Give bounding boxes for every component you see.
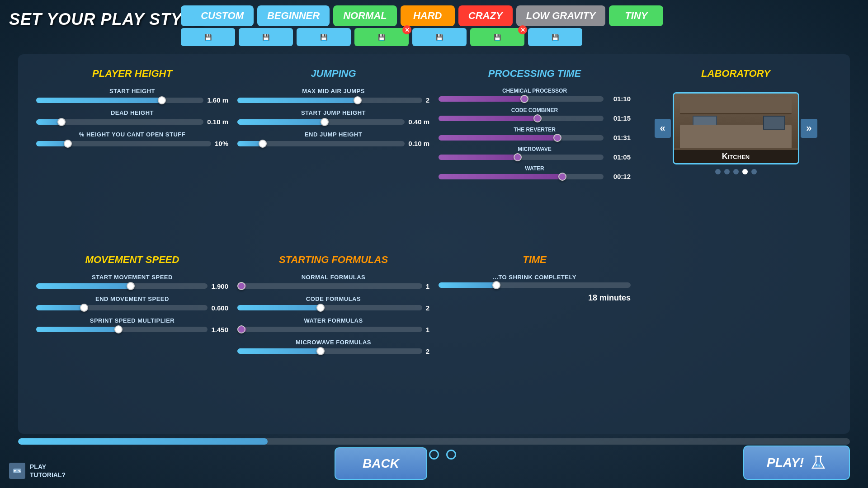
end-jump-track[interactable] <box>237 141 405 146</box>
style-btn-beginner[interactable]: BEGINNER <box>257 5 330 26</box>
style-btn-custom[interactable]: CUSTOM <box>181 5 254 26</box>
save-btn-hard[interactable]: 💾 ✕ <box>354 28 409 46</box>
tutorial-box: PLAY TUTORIAL? <box>9 463 66 479</box>
height-percent-fill <box>36 141 68 146</box>
style-btn-crazy[interactable]: CRAZY <box>458 5 513 26</box>
svg-point-4 <box>19 470 21 472</box>
start-jump-thumb[interactable] <box>321 118 329 126</box>
jumping-title: JUMPING <box>237 68 429 80</box>
code-combiner-fill <box>439 116 538 121</box>
style-btn-tiny[interactable]: TINY <box>609 5 663 26</box>
lab-dot-5[interactable] <box>751 169 757 174</box>
sprint-multiplier-thumb[interactable] <box>114 325 123 333</box>
microwave-formulas-thumb[interactable] <box>316 347 325 355</box>
code-formulas-track[interactable] <box>237 305 422 310</box>
normal-formulas-track[interactable] <box>237 283 422 289</box>
water-track[interactable] <box>439 174 604 179</box>
save-btn-normal[interactable]: 💾 <box>297 28 351 46</box>
lab-dot-1[interactable] <box>715 169 721 174</box>
microwave-formulas-row: 2 <box>237 347 429 355</box>
kitchen-upper-cabinets <box>680 97 792 115</box>
shrink-fill <box>439 282 496 288</box>
shrink-row <box>439 282 631 288</box>
formulas-section: STARTING FORMULAS NORMAL FORMULAS 1 CODE… <box>237 254 429 418</box>
start-height-track[interactable] <box>36 98 203 103</box>
save-icon: 💾 <box>494 34 501 41</box>
lab-image-container: Kitchen <box>673 92 799 164</box>
save-btn-custom[interactable]: 💾 <box>181 28 235 46</box>
start-movement-row: 1.900 <box>36 282 228 290</box>
water-formulas-track[interactable] <box>237 327 422 332</box>
save-btn-crazy[interactable]: 💾 <box>412 28 467 46</box>
water-formulas-thumb[interactable] <box>237 325 245 333</box>
max-mid-air-label: MAX MID AIR JUMPS <box>237 88 429 94</box>
lab-next-button[interactable]: » <box>801 119 817 138</box>
play-button[interactable]: PLAY! <box>743 446 850 480</box>
chem-processor-thumb[interactable] <box>520 95 528 103</box>
max-mid-air-track[interactable] <box>237 98 422 103</box>
microwave-formulas-fill <box>237 348 321 354</box>
save-icon: 💾 <box>436 34 443 41</box>
lab-dot-2[interactable] <box>724 169 730 174</box>
dead-height-track[interactable] <box>36 119 203 125</box>
style-btn-normal[interactable]: NORMAL <box>333 5 397 26</box>
flask-icon <box>810 455 826 471</box>
sprint-multiplier-fill <box>36 327 118 332</box>
progress-bar-fill <box>18 438 268 445</box>
max-mid-air-row: 2 <box>237 96 429 104</box>
height-percent-thumb[interactable] <box>64 140 72 148</box>
start-height-fill <box>36 98 162 103</box>
reverter-time: 01:31 <box>608 134 631 141</box>
shrink-label: ...TO SHRINK COMPLETELY <box>439 274 631 281</box>
normal-formulas-thumb[interactable] <box>237 282 245 290</box>
back-button[interactable]: BACK <box>335 447 427 480</box>
end-movement-fill <box>36 305 84 310</box>
code-combiner-track[interactable] <box>439 116 604 121</box>
water-thumb[interactable] <box>558 173 566 181</box>
page-dot-3[interactable] <box>446 450 456 460</box>
end-jump-label: END JUMP HEIGHT <box>237 131 429 138</box>
save-btn-tiny[interactable]: 💾 <box>528 28 582 46</box>
microwave-formulas-track[interactable] <box>237 348 422 354</box>
save-btn-lowgravity[interactable]: 💾 ✕ <box>470 28 524 46</box>
microwave-track[interactable] <box>439 155 604 160</box>
height-percent-track[interactable] <box>36 141 211 146</box>
processing-item-1: CODE COMBINER 01:15 <box>439 107 631 122</box>
player-height-title: PLAYER HEIGHT <box>36 68 228 80</box>
bottom-bar: PLAY TUTORIAL? BACK PLAY! <box>0 434 868 488</box>
end-jump-thumb[interactable] <box>259 140 267 148</box>
save-icon: 💾 <box>320 34 328 41</box>
kitchen-appliance <box>763 116 785 130</box>
lab-dot-4[interactable] <box>742 169 748 174</box>
sprint-multiplier-track[interactable] <box>36 327 208 332</box>
code-combiner-thumb[interactable] <box>533 114 542 122</box>
end-movement-track[interactable] <box>36 305 208 310</box>
start-height-thumb[interactable] <box>158 96 166 104</box>
height-percent-row: 10% <box>36 140 228 147</box>
page-dot-2[interactable] <box>429 450 439 460</box>
start-movement-track[interactable] <box>36 283 208 289</box>
shrink-thumb[interactable] <box>492 281 500 289</box>
chem-processor-time: 01:10 <box>608 95 631 103</box>
code-formulas-thumb[interactable] <box>316 304 325 312</box>
chem-processor-label: CHEMICAL PROCESSOR <box>439 88 631 94</box>
start-jump-track[interactable] <box>237 119 405 125</box>
x-badge-2: ✕ <box>518 25 527 34</box>
chem-processor-track[interactable] <box>439 96 604 102</box>
max-mid-air-thumb[interactable] <box>354 96 362 104</box>
save-btn-beginner[interactable]: 💾 <box>239 28 293 46</box>
lab-prev-button[interactable]: « <box>655 119 671 138</box>
tutorial-icon <box>9 463 25 479</box>
dead-height-thumb[interactable] <box>57 118 66 126</box>
lab-dot-3[interactable] <box>733 169 739 174</box>
end-jump-value: 0.10 m <box>408 140 429 147</box>
microwave-thumb[interactable] <box>514 153 522 161</box>
start-movement-thumb[interactable] <box>127 282 135 290</box>
reverter-thumb[interactable] <box>553 134 561 142</box>
style-btn-hard[interactable]: HARD <box>401 5 455 26</box>
end-movement-thumb[interactable] <box>80 304 88 312</box>
reverter-track[interactable] <box>439 135 604 141</box>
style-btn-lowgravity[interactable]: LOW GRAVITY <box>516 5 606 26</box>
save-icon: 💾 <box>552 34 559 41</box>
shrink-track[interactable] <box>439 282 631 288</box>
